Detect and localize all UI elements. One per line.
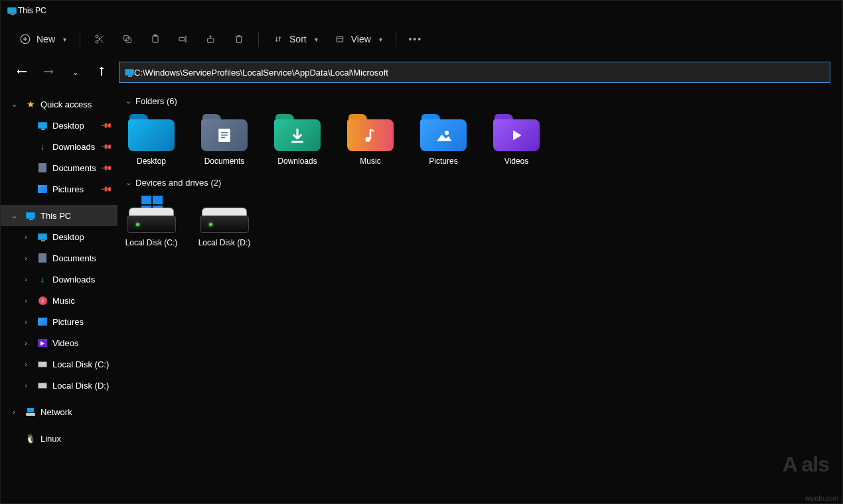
sidebar-item-desktop[interactable]: Desktop 📌 (1, 115, 117, 136)
chevron-down-icon: ⌄ (72, 68, 78, 77)
address-input[interactable] (134, 68, 824, 78)
sidebar-linux[interactable]: 🐧 Linux (1, 428, 117, 449)
separator (396, 31, 396, 47)
chevron-down-icon: ⌄ (7, 212, 21, 220)
new-label: New (37, 34, 55, 44)
back-button[interactable]: 🠔 (13, 63, 31, 82)
drives-section-header[interactable]: ⌄ Devices and drives (2) (125, 178, 842, 188)
sidebar-item-pictures[interactable]: Pictures 📌 (1, 178, 117, 200)
sidebar-item-downloads-pc[interactable]: › ↓ Downloads (1, 269, 117, 290)
drive-d[interactable]: Local Disk (D:) (198, 193, 250, 247)
watermark-logo: A als (783, 452, 829, 477)
scissors-icon (94, 33, 106, 45)
sidebar-item-label: Quick access (40, 99, 112, 109)
folder-icon (200, 111, 249, 151)
address-bar[interactable] (119, 62, 830, 83)
folder-documents[interactable]: Documents (198, 111, 250, 166)
drive-c[interactable]: Local Disk (C:) (125, 193, 177, 247)
more-button[interactable]: ••• (403, 27, 428, 52)
window-title: This PC (18, 6, 46, 15)
chevron-right-icon: › (19, 381, 33, 389)
pin-icon: 📌 (100, 140, 112, 153)
chevron-down-icon: ⌄ (125, 178, 131, 187)
folder-icon (492, 111, 541, 151)
sidebar-item-documents[interactable]: Documents 📌 (1, 157, 117, 178)
sidebar-item-label: Local Disk (D:) (52, 381, 112, 391)
section-title: Folders (6) (135, 96, 177, 106)
svg-rect-11 (179, 37, 185, 40)
sidebar-item-videos-pc[interactable]: › ▶ Videos (1, 332, 117, 353)
svg-rect-16 (337, 36, 343, 42)
paste-button[interactable] (143, 27, 168, 52)
star-icon: ★ (25, 99, 37, 109)
new-button[interactable]: New ▾ (13, 27, 73, 52)
download-icon: ↓ (37, 274, 48, 284)
view-button[interactable]: View ▾ (327, 27, 389, 52)
monitor-icon (37, 120, 48, 131)
folder-label: Pictures (429, 157, 457, 166)
svg-rect-20 (221, 135, 228, 136)
folder-downloads[interactable]: Downloads (271, 111, 323, 166)
drive-label: Local Disk (C:) (125, 238, 178, 247)
sidebar-item-label: Desktop (52, 121, 98, 131)
recent-button[interactable]: ⌄ (66, 63, 84, 82)
drives-grid: Local Disk (C:) Local Disk (D:) (125, 193, 842, 247)
sidebar-item-label: Network (40, 407, 112, 417)
this-pc-icon (125, 66, 134, 78)
sort-icon (272, 33, 284, 45)
sidebar-item-label: Local Disk (C:) (52, 359, 112, 369)
download-icon: ↓ (37, 141, 48, 152)
drive-label: Local Disk (D:) (198, 238, 251, 247)
folders-section-header[interactable]: ⌄ Folders (6) (125, 96, 842, 106)
folder-desktop[interactable]: Desktop (125, 111, 177, 166)
clipboard-icon (149, 33, 161, 45)
folder-music[interactable]: Music (345, 111, 396, 166)
title-bar: This PC (1, 1, 842, 21)
chevron-right-icon: › (19, 296, 33, 304)
sidebar-network[interactable]: › Network (1, 401, 117, 422)
delete-button[interactable] (226, 27, 252, 52)
sort-button[interactable]: Sort ▾ (266, 27, 325, 52)
copy-button[interactable] (115, 27, 140, 52)
sidebar-item-drive-c[interactable]: › Local Disk (C:) (1, 353, 117, 375)
folder-pictures[interactable]: Pictures (418, 111, 469, 166)
rename-icon (177, 33, 189, 45)
linux-icon: 🐧 (25, 433, 37, 444)
folder-videos[interactable]: Videos (491, 111, 542, 166)
monitor-icon (37, 231, 48, 242)
folder-label: Music (360, 157, 380, 166)
chevron-right-icon: › (19, 275, 33, 283)
sidebar-item-documents-pc[interactable]: › Documents (1, 247, 117, 269)
sidebar-item-drive-d[interactable]: › Local Disk (D:) (1, 375, 117, 396)
drive-icon (127, 193, 176, 233)
sidebar-item-label: Pictures (52, 184, 98, 194)
body: ⌄ ★ Quick access Desktop 📌 ↓ Downloads 📌… (1, 87, 842, 503)
folder-icon (346, 111, 395, 151)
folder-icon (127, 111, 176, 151)
up-button[interactable]: 🠕 (92, 63, 111, 82)
cut-button[interactable] (87, 27, 112, 52)
chevron-right-icon: › (19, 339, 33, 347)
more-icon: ••• (410, 33, 422, 45)
sidebar-this-pc[interactable]: ⌄ This PC (1, 205, 117, 226)
folder-label: Desktop (137, 157, 166, 166)
navigation-row: 🠔 🠖 ⌄ 🠕 (1, 58, 842, 87)
picture-icon (37, 184, 48, 194)
rename-button[interactable] (171, 27, 196, 52)
file-explorer-window: This PC New ▾ Sort ▾ View ▾ ••• (0, 0, 843, 504)
forward-button[interactable]: 🠖 (39, 63, 58, 82)
chevron-down-icon: ⌄ (125, 97, 131, 105)
share-button[interactable] (198, 27, 224, 52)
folder-icon (419, 111, 468, 151)
drive-icon (37, 359, 48, 369)
sidebar-item-desktop-pc[interactable]: › Desktop (1, 226, 117, 247)
folder-icon (273, 111, 322, 151)
sidebar-item-downloads[interactable]: ↓ Downloads 📌 (1, 136, 117, 157)
sidebar-quick-access[interactable]: ⌄ ★ Quick access (1, 94, 117, 115)
document-icon (37, 162, 48, 173)
sidebar-item-music-pc[interactable]: › ♪ Music (1, 290, 117, 311)
chevron-right-icon: › (19, 233, 33, 241)
sidebar-item-pictures-pc[interactable]: › Pictures (1, 311, 117, 332)
watermark-text: wsxdn.com (805, 495, 838, 502)
trash-icon (233, 33, 245, 45)
